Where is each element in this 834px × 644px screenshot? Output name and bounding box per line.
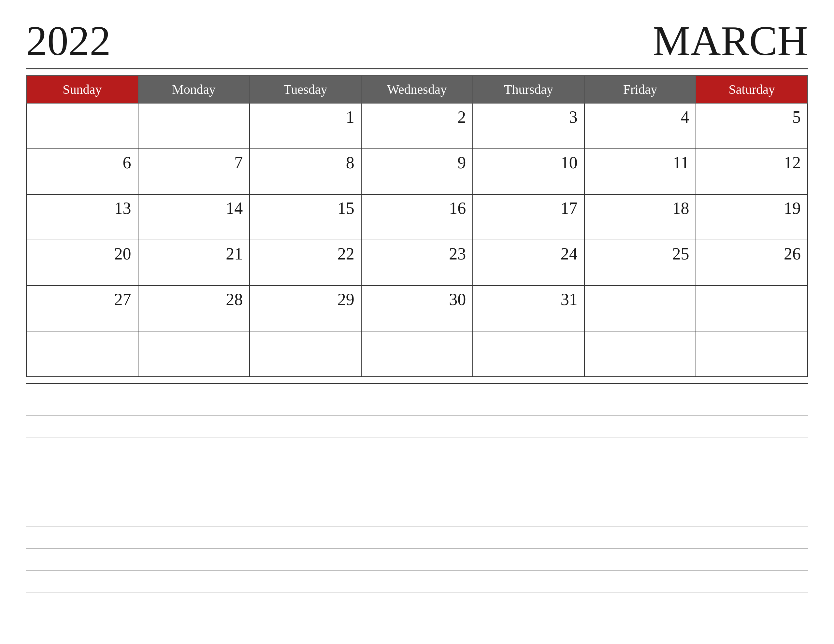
- calendar-week-row: 20212223242526: [26, 240, 808, 286]
- note-line: [26, 549, 808, 571]
- note-line: [26, 571, 808, 593]
- calendar-day-cell: [138, 331, 250, 377]
- calendar-day-cell: 20: [26, 240, 138, 286]
- calendar-day-cell: 7: [138, 149, 250, 194]
- calendar-week-row: 13141516171819: [26, 194, 808, 240]
- calendar-day-cell: 21: [138, 240, 250, 286]
- calendar-week-row: 2728293031: [26, 286, 808, 331]
- calendar-day-cell: 13: [26, 194, 138, 240]
- header-wednesday: Wednesday: [361, 76, 473, 103]
- calendar-day-cell: 25: [585, 240, 696, 286]
- calendar-day-cell: 19: [696, 194, 808, 240]
- calendar-day-cell: 16: [361, 194, 473, 240]
- calendar-day-cell: [26, 103, 138, 149]
- top-divider: [26, 68, 808, 69]
- calendar-day-cell: 8: [249, 149, 361, 194]
- calendar-section: Sunday Monday Tuesday Wednesday Thursday…: [26, 75, 808, 377]
- note-line: [26, 416, 808, 438]
- calendar-day-cell: 17: [473, 194, 585, 240]
- calendar-day-cell: 22: [249, 240, 361, 286]
- calendar-day-cell: [473, 331, 585, 377]
- calendar-day-cell: [585, 286, 696, 331]
- calendar-day-cell: 12: [696, 149, 808, 194]
- mid-divider: [26, 383, 808, 384]
- header-monday: Monday: [138, 76, 250, 103]
- note-line: [26, 438, 808, 460]
- calendar-day-cell: 6: [26, 149, 138, 194]
- calendar-day-cell: 18: [585, 194, 696, 240]
- header-friday: Friday: [585, 76, 696, 103]
- calendar-day-cell: 27: [26, 286, 138, 331]
- weekday-header-row: Sunday Monday Tuesday Wednesday Thursday…: [26, 76, 808, 103]
- month-label: MARCH: [653, 19, 808, 62]
- calendar-week-row: [26, 331, 808, 377]
- calendar-table: Sunday Monday Tuesday Wednesday Thursday…: [26, 75, 808, 377]
- calendar-day-cell: 3: [473, 103, 585, 149]
- note-line: [26, 394, 808, 416]
- calendar-day-cell: 10: [473, 149, 585, 194]
- calendar-day-cell: 1: [249, 103, 361, 149]
- calendar-day-cell: 5: [696, 103, 808, 149]
- calendar-day-cell: 14: [138, 194, 250, 240]
- header: 2022 MARCH: [26, 19, 808, 62]
- year-label: 2022: [26, 19, 111, 62]
- calendar-day-cell: 2: [361, 103, 473, 149]
- notes-section: [26, 394, 808, 625]
- header-tuesday: Tuesday: [249, 76, 361, 103]
- calendar-day-cell: [361, 331, 473, 377]
- calendar-day-cell: 26: [696, 240, 808, 286]
- calendar-page: 2022 MARCH Sunday Monday Tuesday Wednesd…: [0, 0, 834, 644]
- calendar-day-cell: 9: [361, 149, 473, 194]
- calendar-week-row: 12345: [26, 103, 808, 149]
- note-line: [26, 504, 808, 526]
- calendar-day-cell: [26, 331, 138, 377]
- calendar-day-cell: 29: [249, 286, 361, 331]
- note-line: [26, 460, 808, 482]
- calendar-day-cell: 30: [361, 286, 473, 331]
- calendar-day-cell: 23: [361, 240, 473, 286]
- calendar-day-cell: [585, 331, 696, 377]
- calendar-day-cell: 4: [585, 103, 696, 149]
- note-line: [26, 593, 808, 615]
- calendar-day-cell: [696, 286, 808, 331]
- calendar-day-cell: 31: [473, 286, 585, 331]
- calendar-day-cell: 11: [585, 149, 696, 194]
- calendar-day-cell: 15: [249, 194, 361, 240]
- header-thursday: Thursday: [473, 76, 585, 103]
- note-line: [26, 482, 808, 504]
- calendar-day-cell: [138, 103, 250, 149]
- calendar-day-cell: [696, 331, 808, 377]
- note-line: [26, 526, 808, 549]
- calendar-week-row: 6789101112: [26, 149, 808, 194]
- header-sunday: Sunday: [26, 76, 138, 103]
- calendar-day-cell: 24: [473, 240, 585, 286]
- header-saturday: Saturday: [696, 76, 808, 103]
- calendar-day-cell: [249, 331, 361, 377]
- calendar-day-cell: 28: [138, 286, 250, 331]
